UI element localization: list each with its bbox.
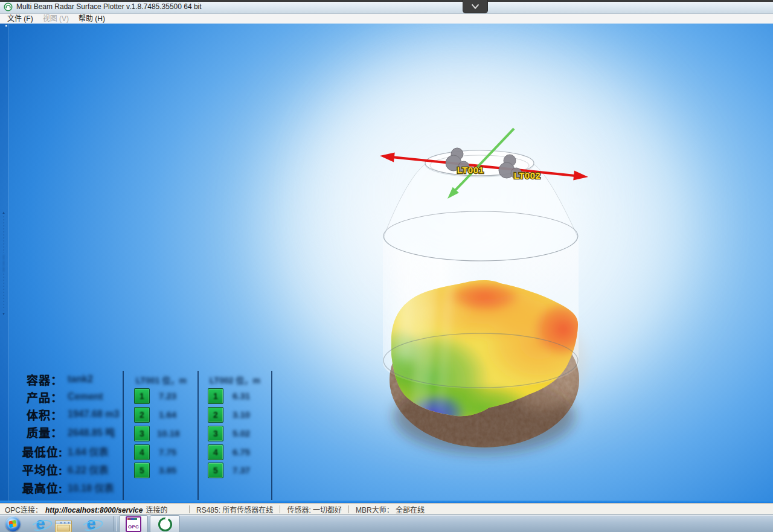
sensor-label-lt002: LT002	[514, 170, 541, 181]
lt001-beam-value: 1.64	[159, 409, 197, 420]
lt002-beam-badge: 1	[208, 388, 223, 404]
status-divider	[348, 505, 349, 513]
info-value-max-level: 10.18 仪表	[68, 480, 114, 495]
lt001-beam-badge: 3	[134, 426, 150, 441]
lt002-beam-badge: 2	[208, 407, 223, 423]
internet-explorer-button[interactable]: e	[31, 516, 50, 532]
lt001-beam-badge: 1	[134, 388, 150, 404]
info-label-product: 产品：	[5, 389, 63, 405]
lt002-beam-value: 6.31	[233, 391, 271, 401]
status-mbr-master: MBR大师： 全部在线	[354, 504, 426, 514]
lt001-beam-badge: 2	[134, 407, 150, 423]
menu-bar: 文件 (F) 视图 (V) 帮助 (H)	[0, 14, 773, 24]
info-label-mass: 质量：	[5, 424, 63, 440]
info-row-min-level: 最低位: 1.64 仪表	[5, 444, 109, 458]
info-value-min-level: 1.64 仪表	[68, 444, 109, 458]
opc-app-button[interactable]: OPC	[119, 515, 148, 532]
info-row-mass: 质量： 2648.85 吨	[5, 425, 115, 439]
splitter-up-icon: ▴	[2, 210, 5, 215]
file-explorer-icon: ● ● ●	[55, 520, 72, 532]
info-row-max-level: 最高位: 10.18 仪表	[5, 480, 114, 495]
left-splitter-handle[interactable]: ▴ ❘❘❘ ▾	[1, 210, 7, 316]
lt002-beam-badge: 5	[208, 463, 223, 478]
status-opc-connection: OPC连接： http://localhost:8000/service 连接的	[0, 504, 184, 514]
info-value-mass: 2648.85 吨	[68, 425, 115, 439]
file-explorer-button[interactable]: ● ● ●	[54, 518, 72, 532]
info-label-container-name: 容器：	[5, 371, 63, 388]
windows-flag-icon	[8, 520, 16, 528]
lt002-column-header: LT002 位，m	[199, 374, 271, 386]
sensor-label-lt001: LT001	[457, 165, 484, 175]
radar-app-icon	[158, 518, 172, 531]
beam-number: 3	[140, 429, 144, 438]
beam-number: 2	[140, 410, 144, 420]
beam-number: 4	[213, 447, 218, 457]
info-row-container: 容器： tank2	[5, 372, 93, 386]
status-bar: OPC连接： http://localhost:8000/service 连接的…	[0, 503, 773, 515]
internet-explorer-icon: e	[83, 516, 99, 532]
splitter-down-icon: ▾	[2, 312, 5, 316]
beam-number: 1	[213, 391, 218, 401]
info-value-container-name: tank2	[68, 374, 93, 385]
menu-help[interactable]: 帮助 (H)	[74, 14, 110, 24]
opc-icon-label: OPC	[128, 524, 139, 530]
info-label-max-level: 最高位:	[5, 479, 63, 496]
beam-number: 4	[140, 447, 144, 457]
status-opc-prefix: OPC连接：	[5, 504, 42, 514]
folder-front	[57, 525, 70, 531]
window-title: Multi Beam Radar Surface Plotter v.1.8.7…	[16, 2, 202, 11]
status-sensors: 传感器: 一切都好	[286, 504, 343, 514]
internet-explorer-button-2[interactable]: e	[82, 516, 100, 532]
info-value-avg-level: 6.22 仪表	[68, 462, 109, 476]
opc-app-icon: OPC	[126, 516, 141, 532]
chevron-down-button[interactable]	[463, 0, 488, 13]
beam-number: 5	[213, 466, 218, 475]
beam-number: 5	[140, 466, 144, 475]
status-rs485: RS485: 所有传感器在线	[195, 504, 274, 514]
beam-number: 2	[213, 410, 218, 420]
tank-3d-scene: LT001 LT002	[0, 24, 773, 501]
taskbar-separator	[114, 516, 117, 531]
info-value-product: Cement	[68, 391, 103, 402]
app-logo-icon	[4, 2, 13, 11]
taskbar: e ● ● ● e OPC	[0, 514, 773, 532]
column-separator	[123, 371, 124, 500]
top-overlay-strip	[0, 0, 773, 2]
windows-start-button[interactable]	[4, 516, 22, 532]
opc-icon-strip	[127, 518, 137, 520]
folder-buttons: ● ● ●	[60, 521, 70, 524]
lt002-beam-value: 3.10	[233, 409, 271, 420]
info-label-avg-level: 平均位:	[5, 461, 63, 478]
viewport-3d[interactable]: LT001 LT002 ▴ ❘❘❘ ▾	[0, 24, 773, 501]
windows-start-icon	[5, 516, 21, 531]
chevron-down-icon	[470, 2, 481, 11]
status-divider	[280, 505, 280, 513]
status-opc-url: http://localhost:8000/service	[45, 506, 143, 514]
lt001-beam-value: 10.18	[157, 428, 196, 438]
lt001-beam-value: 3.85	[159, 465, 197, 475]
lt002-beam-value: 6.75	[233, 447, 271, 457]
ie-letter: e	[86, 516, 95, 532]
lt001-beam-badge: 5	[134, 463, 150, 478]
lt001-beam-badge: 4	[134, 444, 150, 460]
internet-explorer-icon: e	[33, 516, 48, 532]
info-label-volume: 体积：	[5, 406, 63, 423]
splitter-dash	[4, 216, 4, 253]
column-separator	[197, 371, 199, 500]
column-separator	[271, 371, 272, 500]
beam-number: 3	[213, 429, 218, 438]
lt002-beam-value: 5.02	[233, 428, 271, 438]
beam-number: 1	[140, 391, 144, 401]
lt001-column-header: LT001 位，m	[126, 374, 197, 386]
corner-dot	[5, 25, 7, 27]
info-row-volume: 体积： 1947.68 m3	[5, 407, 119, 421]
menu-file[interactable]: 文件 (F)	[2, 14, 38, 24]
status-divider	[189, 505, 190, 513]
ie-letter: e	[36, 516, 45, 532]
lt002-beam-badge: 4	[208, 444, 223, 460]
splitter-grip: ❘❘❘	[1, 254, 7, 272]
info-row-avg-level: 平均位: 6.22 仪表	[5, 462, 109, 476]
lt001-beam-value: 7.23	[159, 391, 197, 401]
lt002-beam-value: 7.37	[233, 465, 271, 475]
radar-app-button[interactable]	[150, 515, 180, 532]
